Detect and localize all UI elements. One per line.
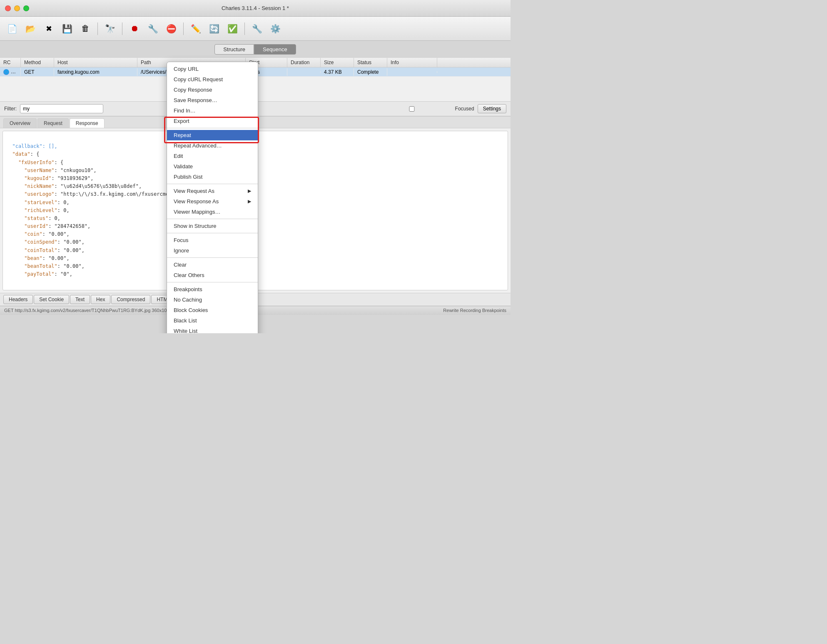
cell-rc: 🌐 200 bbox=[0, 68, 21, 76]
menu-ignore[interactable]: Ignore bbox=[167, 245, 258, 256]
tab-response[interactable]: Response bbox=[70, 118, 105, 128]
menu-clear-others[interactable]: Clear Others bbox=[167, 270, 258, 280]
refresh-button[interactable]: 🔄 bbox=[206, 21, 222, 37]
tab-text[interactable]: Text bbox=[70, 295, 90, 304]
col-header-status: Status bbox=[354, 58, 387, 67]
gear-button[interactable]: ⚙️ bbox=[267, 21, 283, 37]
menu-focus[interactable]: Focus bbox=[167, 235, 258, 245]
separator-1 bbox=[97, 22, 98, 35]
cell-status: Complete bbox=[354, 68, 387, 76]
find-button[interactable]: 🔭 bbox=[102, 21, 118, 37]
settings-button[interactable]: Settings bbox=[478, 104, 506, 113]
record-button[interactable]: ⏺ bbox=[127, 21, 142, 37]
col-header-size: Size bbox=[321, 58, 354, 67]
close-session-button[interactable]: ✖ bbox=[41, 21, 57, 37]
menu-find-in[interactable]: Find In… bbox=[167, 105, 258, 116]
titlebar: Charles 3.11.4 - Session 1 * bbox=[0, 0, 511, 17]
menu-no-caching[interactable]: No Caching bbox=[167, 295, 258, 305]
pencil-button[interactable]: ✏️ bbox=[188, 21, 204, 37]
filter-label: Filter: bbox=[4, 106, 17, 112]
tab-compressed[interactable]: Compressed bbox=[111, 295, 150, 304]
menu-clear[interactable]: Clear bbox=[167, 260, 258, 270]
menu-copy-response[interactable]: Copy Response bbox=[167, 85, 258, 95]
menu-sep-6 bbox=[167, 282, 258, 282]
menu-copy-curl[interactable]: Copy cURL Request bbox=[167, 74, 258, 85]
menu-view-response-as[interactable]: View Response As ▶ bbox=[167, 196, 258, 207]
col-header-host: Host bbox=[54, 58, 137, 67]
cell-info bbox=[387, 71, 437, 73]
menu-sep-3 bbox=[167, 219, 258, 219]
tab-setcookie[interactable]: Set Cookie bbox=[34, 295, 69, 304]
context-menu: Copy URL Copy cURL Request Copy Response… bbox=[167, 62, 258, 333]
stop-button[interactable]: ⛔ bbox=[163, 21, 179, 37]
col-header-rc: RC bbox=[0, 58, 21, 67]
menu-save-response[interactable]: Save Response… bbox=[167, 95, 258, 105]
menu-block-cookies[interactable]: Block Cookies bbox=[167, 305, 258, 315]
close-button[interactable] bbox=[5, 5, 11, 11]
open-button[interactable]: 📂 bbox=[22, 21, 38, 37]
focused-checkbox-area: Focused bbox=[370, 106, 474, 112]
top-tabbar: Structure Sequence bbox=[0, 41, 511, 58]
trash-button[interactable]: 🗑 bbox=[77, 21, 93, 37]
window-controls bbox=[5, 5, 29, 11]
menu-repeat[interactable]: Repeat bbox=[167, 130, 258, 140]
menu-white-list[interactable]: White List bbox=[167, 326, 258, 333]
col-header-method: Method bbox=[21, 58, 54, 67]
arrow-icon: ▶ bbox=[248, 188, 251, 194]
filter-input[interactable] bbox=[20, 104, 103, 113]
col-header-duration: Duration bbox=[287, 58, 321, 67]
menu-view-request-as[interactable]: View Request As ▶ bbox=[167, 186, 258, 196]
tab-sequence[interactable]: Sequence bbox=[254, 44, 296, 55]
tab-hex[interactable]: Hex bbox=[91, 295, 110, 304]
wrench-button[interactable]: 🔧 bbox=[249, 21, 265, 37]
maximize-button[interactable] bbox=[23, 5, 29, 11]
separator-2 bbox=[122, 22, 122, 35]
status-right: Rewrite Recording Breakpoints bbox=[443, 308, 506, 313]
tab-request[interactable]: Request bbox=[37, 118, 69, 128]
arrow-icon: ▶ bbox=[248, 199, 251, 204]
menu-sep-1 bbox=[167, 128, 258, 128]
cell-duration bbox=[287, 71, 321, 73]
separator-3 bbox=[183, 22, 184, 35]
minimize-button[interactable] bbox=[14, 5, 20, 11]
tab-headers[interactable]: Headers bbox=[3, 295, 33, 304]
window-title: Charles 3.11.4 - Session 1 * bbox=[222, 5, 289, 11]
cell-host: fanxing.kugou.com bbox=[54, 68, 137, 76]
tab-overview[interactable]: Overview bbox=[3, 118, 37, 128]
tab-structure[interactable]: Structure bbox=[214, 44, 254, 55]
toolbar: 📄 📂 ✖ 💾 🗑 🔭 ⏺ 🔧 ⛔ ✏️ 🔄 ✅ 🔧 ⚙️ bbox=[0, 17, 511, 41]
cell-method: GET bbox=[21, 68, 54, 76]
status-left: GET http://s3.fx.kgimg.com/v2/fxusercave… bbox=[4, 308, 177, 313]
check-button[interactable]: ✅ bbox=[224, 21, 240, 37]
separator-4 bbox=[244, 22, 245, 35]
save-button[interactable]: 💾 bbox=[59, 21, 75, 37]
focused-checkbox[interactable] bbox=[370, 106, 453, 112]
globe-icon: 🌐 bbox=[3, 69, 9, 75]
focused-label: Focused bbox=[455, 106, 474, 112]
menu-black-list[interactable]: Black List bbox=[167, 315, 258, 326]
menu-viewer-mappings[interactable]: Viewer Mappings… bbox=[167, 207, 258, 217]
menu-sep-5 bbox=[167, 257, 258, 258]
menu-show-in-structure[interactable]: Show in Structure bbox=[167, 221, 258, 231]
menu-copy-url[interactable]: Copy URL bbox=[167, 64, 258, 74]
col-header-info: Info bbox=[387, 58, 437, 67]
new-session-button[interactable]: 📄 bbox=[4, 21, 20, 37]
menu-edit[interactable]: Edit bbox=[167, 151, 258, 161]
tools-button[interactable]: 🔧 bbox=[145, 21, 161, 37]
menu-publish-gist[interactable]: Publish Gist bbox=[167, 172, 258, 182]
cell-size: 4.37 KB bbox=[321, 68, 354, 76]
menu-export[interactable]: Export bbox=[167, 116, 258, 126]
menu-sep-4 bbox=[167, 233, 258, 233]
menu-validate[interactable]: Validate bbox=[167, 161, 258, 172]
menu-sep-2 bbox=[167, 184, 258, 184]
menu-repeat-advanced[interactable]: Repeat Advanced… bbox=[167, 140, 258, 151]
menu-breakpoints[interactable]: Breakpoints bbox=[167, 284, 258, 295]
